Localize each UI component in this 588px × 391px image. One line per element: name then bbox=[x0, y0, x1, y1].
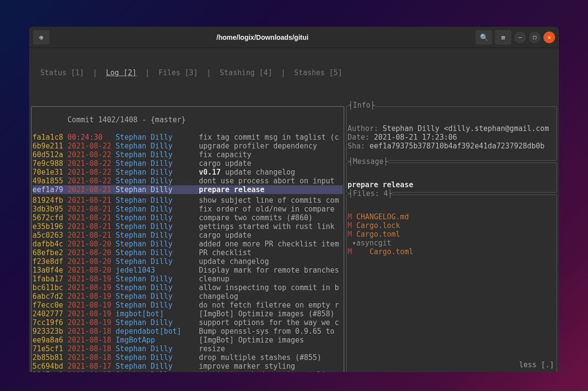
info-title: ┤Info├ bbox=[349, 101, 375, 110]
new-tab-button[interactable]: ⊕ bbox=[33, 30, 49, 45]
author-label: Author: bbox=[348, 124, 378, 133]
commit-row[interactable]: 7e9c988 2021-08-22 Stephan Dilly cargo u… bbox=[32, 159, 343, 168]
commit-row[interactable]: 2b85b81 2021-08-18 Stephan Dilly drop mu… bbox=[32, 353, 343, 362]
commit-row[interactable]: 81924fb 2021-08-21 Stephan Dilly show su… bbox=[32, 196, 343, 205]
commit-row[interactable]: 2402777 2021-08-19 imgbot[bot] [ImgBot] … bbox=[32, 310, 343, 318]
window-title: /home/logix/Downloads/gitui bbox=[52, 33, 473, 41]
tab-log[interactable]: Log [2] bbox=[106, 68, 137, 77]
commit-row[interactable]: 60d512a 2021-08-22 Stephan Dilly fix cap… bbox=[32, 150, 343, 159]
commit-row[interactable]: ee9a8a6 2021-08-18 ImgBotApp [ImgBot] Op… bbox=[32, 336, 343, 344]
maximize-button[interactable]: □ bbox=[529, 32, 540, 43]
commit-log-pane[interactable]: Commit 1402/1408 - {master} fa1a1c8 00:2… bbox=[31, 106, 344, 372]
menu-button[interactable]: ≡ bbox=[495, 30, 511, 45]
commit-row[interactable]: e35b196 2021-08-21 Stephan Dilly getting… bbox=[32, 222, 343, 231]
close-button[interactable]: ✕ bbox=[543, 32, 555, 43]
commit-row[interactable]: 7cc19f6 2021-08-19 Stephan Dilly support… bbox=[32, 318, 343, 327]
app-tabs: Status [1] | Log [2] | Files [3] | Stash… bbox=[31, 68, 557, 77]
sha-value: eef1a79375b378710b4af392e41da7237928db0b bbox=[369, 142, 544, 150]
commit-message: prepare release bbox=[348, 180, 413, 189]
files-title: ┤Files: 4├ bbox=[349, 189, 392, 198]
commit-row[interactable]: 68efbe2 2021-08-20 Stephan Dilly PR chec… bbox=[32, 248, 343, 257]
commit-header: Commit 1402/1408 - {master} bbox=[67, 115, 186, 124]
commit-row[interactable]: 5c694bd 2021-08-17 Stephan Dilly improve… bbox=[32, 362, 343, 371]
sha-label: Sha: bbox=[348, 142, 365, 150]
terminal-content: Status [1] | Log [2] | Files [3] | Stash… bbox=[29, 48, 559, 372]
less-indicator: less [.] bbox=[519, 360, 554, 369]
tab-status[interactable]: Status [1] bbox=[40, 68, 84, 77]
file-row[interactable]: M Cargo.lock bbox=[348, 221, 556, 230]
commit-row[interactable]: fa1a1c8 00:24:30 Stephan Dilly fix tag c… bbox=[32, 133, 343, 142]
commit-row[interactable]: 6b9e211 2021-08-22 Stephan Dilly upgrade… bbox=[32, 142, 343, 150]
commit-row[interactable]: 1faba17 2021-08-19 Stephan Dilly cleanup bbox=[32, 275, 343, 283]
terminal-window: ⊕ /home/logix/Downloads/gitui 🔍 ≡ — □ ✕ … bbox=[29, 27, 559, 372]
tab-stashing[interactable]: Stashing [4] bbox=[220, 68, 272, 77]
date-label: Date: bbox=[348, 133, 369, 142]
search-button[interactable]: 🔍 bbox=[476, 30, 492, 45]
commit-row[interactable]: 71e5cf1 2021-08-18 Stephan Dilly resize bbox=[32, 344, 343, 353]
author-value: Stephan Dilly <dilly.stephan@gmail.com bbox=[382, 124, 549, 133]
commit-row[interactable]: eef1a79 2021-08-21 Stephan Dilly prepare… bbox=[32, 185, 343, 194]
commit-row[interactable]: 13a0f4e 2021-08-20 jedel1043 Display mar… bbox=[32, 266, 343, 275]
commit-row[interactable]: 70e1e31 2021-08-22 Stephan Dilly v0.17 u… bbox=[32, 168, 343, 177]
file-row[interactable]: M CHANGELOG.md bbox=[348, 212, 556, 221]
commit-row[interactable]: 5672cfd 2021-08-21 Stephan Dilly compare… bbox=[32, 213, 343, 222]
commit-row[interactable]: 923323b 2021-08-18 dependabot[bot] Bump … bbox=[32, 327, 343, 336]
date-value: 2021-08-21 17:23:06 bbox=[374, 133, 457, 142]
file-row[interactable]: ▾asyncgit bbox=[348, 239, 556, 247]
commit-row[interactable]: 6abc7d2 2021-08-19 Stephan Dilly changel… bbox=[32, 292, 343, 301]
commit-row[interactable]: f7ecc0e 2021-08-19 Stephan Dilly do not … bbox=[32, 301, 343, 310]
tab-files[interactable]: Files [3] bbox=[159, 68, 198, 77]
commit-row[interactable]: f23e8df 2021-08-20 Stephan Dilly update … bbox=[32, 257, 343, 266]
file-row[interactable]: M Cargo.toml bbox=[348, 247, 556, 256]
commit-row[interactable]: dafbb4c 2021-08-20 Stephan Dilly added o… bbox=[32, 240, 343, 248]
commit-row[interactable]: 49a1855 2021-08-22 Stephan Dilly dont us… bbox=[32, 177, 343, 185]
tab-stashes[interactable]: Stashes [5] bbox=[294, 68, 342, 77]
details-pane: ┤Info├ Author: Stephan Dilly <dilly.step… bbox=[346, 106, 557, 372]
files-panel[interactable]: ┤Files: 4├ M CHANGELOG.mdM Cargo.lockM C… bbox=[346, 195, 557, 372]
minimize-button[interactable]: — bbox=[514, 32, 526, 43]
info-panel: ┤Info├ Author: Stephan Dilly <dilly.step… bbox=[346, 106, 557, 161]
file-row[interactable]: M Cargo.toml bbox=[348, 230, 556, 239]
commit-row[interactable]: a5c0263 2021-08-21 Stephan Dilly cargo u… bbox=[32, 231, 343, 240]
commit-row[interactable]: 3847ec9 2021-08-17 Stephan Dilly distinc… bbox=[32, 371, 343, 372]
commit-row[interactable]: bc611bc 2021-08-19 Stephan Dilly allow i… bbox=[32, 283, 343, 292]
titlebar: ⊕ /home/logix/Downloads/gitui 🔍 ≡ — □ ✕ bbox=[29, 27, 559, 48]
message-title: ┤Message├ bbox=[349, 157, 388, 166]
message-panel: ┤Message├ prepare release bbox=[346, 163, 557, 193]
commit-row[interactable]: 3db3b95 2021-08-21 Stephan Dilly fix ord… bbox=[32, 205, 343, 213]
